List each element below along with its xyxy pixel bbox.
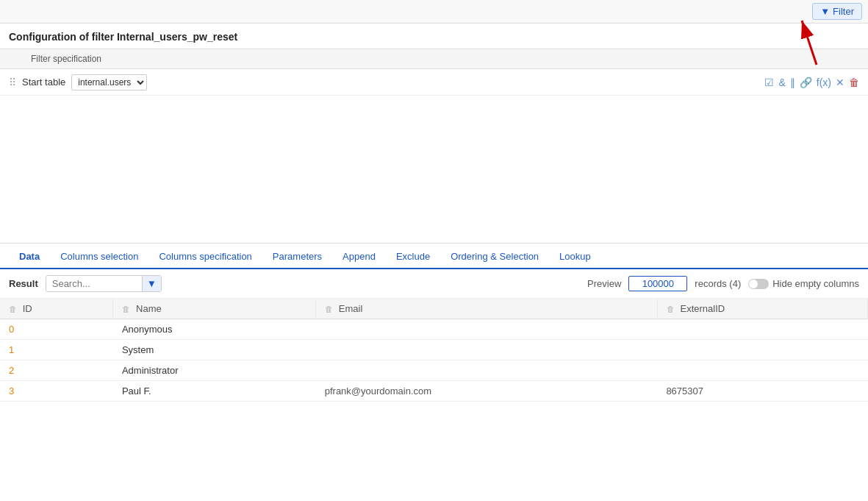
col-id-icon: 🗑 [9, 305, 17, 313]
data-table: 🗑 ID 🗑 Name 🗑 Email 🗑 ExternalID 0 Anony… [0, 299, 868, 402]
config-title: Configuration of filter Internal_users_p… [0, 24, 868, 49]
tab-columns-selection[interactable]: Columns selection [50, 245, 148, 269]
hide-empty-container: Hide empty columns [748, 278, 859, 289]
cell-email [316, 360, 658, 381]
tab-columns-specification[interactable]: Columns specification [148, 245, 262, 269]
table-select[interactable]: internal.users public.users admin.users [71, 74, 147, 90]
config-title-text: Configuration of filter Internal_users_p… [9, 31, 237, 43]
cell-external-id [657, 360, 867, 381]
cell-external-id [657, 319, 867, 340]
drag-handle-icon[interactable]: ⠿ [9, 77, 16, 88]
ampersand-icon[interactable]: & [778, 77, 785, 88]
cell-external-id [657, 340, 867, 360]
cell-name: System [113, 340, 316, 360]
cell-email [316, 319, 658, 340]
hide-empty-label: Hide empty columns [772, 278, 859, 289]
cell-id: 0 [0, 319, 113, 340]
col-header-name: 🗑 Name [113, 299, 316, 319]
col-header-external-id: 🗑 ExternalID [657, 299, 867, 319]
filter-button-label: Filter [833, 6, 854, 17]
parallel-icon[interactable]: ∥ [790, 77, 795, 88]
table-row: 2 Administrator [0, 360, 868, 381]
cell-name: Administrator [113, 360, 316, 381]
hide-empty-toggle[interactable] [748, 279, 769, 289]
col-email-icon: 🗑 [325, 305, 333, 313]
records-label: records (4) [695, 278, 741, 289]
cell-email [316, 340, 658, 360]
col-name-icon: 🗑 [122, 305, 130, 313]
tab-data[interactable]: Data [9, 245, 50, 269]
table-row: 3 Paul F. pfrank@yourdomain.com 8675307 [0, 381, 868, 402]
link-icon[interactable]: 🔗 [800, 77, 812, 88]
delete-icon[interactable]: 🗑 [849, 77, 859, 88]
preview-input[interactable] [628, 276, 687, 291]
cell-id: 2 [0, 360, 113, 381]
spec-body [0, 96, 868, 243]
tabs-bar: Data Columns selection Columns specifica… [0, 245, 868, 269]
preview-label: Preview [587, 278, 621, 289]
filter-spec-container: Filter specification ⠿ Start table inter… [0, 49, 868, 244]
col-header-email: 🗑 Email [316, 299, 658, 319]
cell-id: 1 [0, 340, 113, 360]
col-header-id: 🗑 ID [0, 299, 113, 319]
checkbox-icon[interactable]: ☑ [764, 77, 774, 88]
filter-spec-row: ⠿ Start table internal.users public.user… [0, 69, 868, 96]
search-container: ▼ [46, 275, 162, 292]
fx-icon[interactable]: f(x) [817, 77, 831, 88]
start-table-label: Start table [22, 77, 65, 88]
search-input[interactable] [46, 276, 142, 291]
cell-name: Anonymous [113, 319, 316, 340]
filter-button[interactable]: ▼ Filter [812, 3, 862, 20]
table-row: 1 System [0, 340, 868, 360]
tab-lookup[interactable]: Lookup [549, 245, 601, 269]
cell-name: Paul F. [113, 381, 316, 402]
cell-id: 3 [0, 381, 113, 402]
result-label: Result [9, 278, 38, 289]
cross-icon[interactable]: ✕ [836, 77, 844, 88]
tab-parameters[interactable]: Parameters [262, 245, 332, 269]
filter-spec-header: Filter specification [0, 49, 868, 69]
table-row: 0 Anonymous [0, 319, 868, 340]
table-header-row: 🗑 ID 🗑 Name 🗑 Email 🗑 ExternalID [0, 299, 868, 319]
cell-email: pfrank@yourdomain.com [316, 381, 658, 402]
result-bar: Result ▼ Preview records (4) Hide empty … [0, 269, 868, 299]
tab-append[interactable]: Append [332, 245, 386, 269]
cell-external-id: 8675307 [657, 381, 867, 402]
row-actions: ☑ & ∥ 🔗 f(x) ✕ 🗑 [764, 77, 859, 88]
top-bar: ▼ Filter [0, 0, 868, 24]
filter-icon: ▼ [820, 6, 830, 17]
col-ext-icon: 🗑 [667, 305, 675, 313]
filter-spec-label: Filter specification [31, 54, 859, 64]
search-dropdown-button[interactable]: ▼ [142, 276, 161, 291]
tab-exclude[interactable]: Exclude [386, 245, 440, 269]
tab-ordering-selection[interactable]: Ordering & Selection [440, 245, 549, 269]
